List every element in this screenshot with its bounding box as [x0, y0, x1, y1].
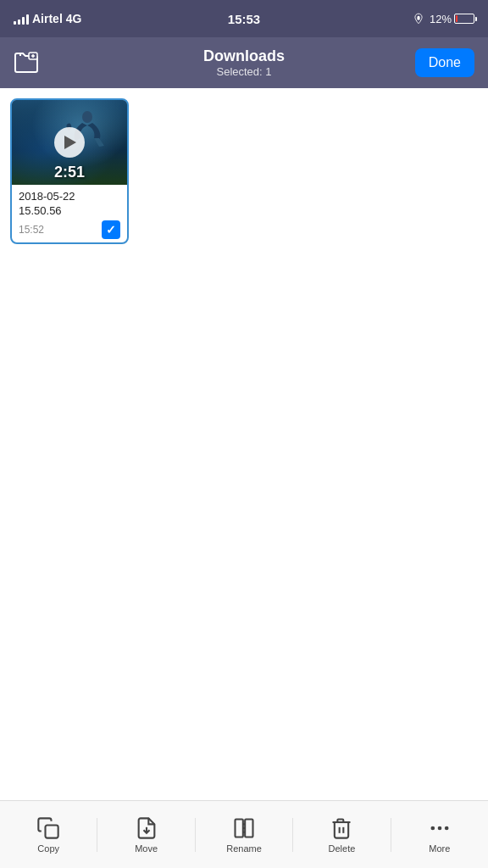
- toolbar-item-move[interactable]: Move: [97, 816, 194, 854]
- rename-label: Rename: [226, 843, 262, 854]
- file-thumbnail: 2:51: [12, 100, 127, 185]
- move-icon: [135, 816, 158, 840]
- file-name: 2018-05-22 15.50.56: [19, 190, 120, 219]
- play-triangle-icon: [64, 136, 76, 149]
- svg-point-17: [437, 826, 441, 830]
- content-area: 2:51 2018-05-22 15.50.56 15:52 ✓: [0, 88, 488, 800]
- toolbar-item-delete[interactable]: Delete: [293, 816, 390, 854]
- file-meta-row: 15:52 ✓: [19, 220, 120, 239]
- battery-fill: [456, 15, 458, 22]
- move-label: Move: [135, 843, 158, 854]
- nav-center: Downloads Selected: 1: [203, 47, 285, 78]
- status-bar: Airtel 4G 15:53 12%: [0, 0, 488, 37]
- copy-icon: [36, 816, 60, 840]
- svg-point-6: [82, 111, 92, 123]
- signal-icon: [14, 13, 29, 25]
- nav-title: Downloads: [203, 47, 285, 65]
- file-info: 2018-05-22 15.50.56 15:52 ✓: [12, 185, 127, 242]
- location-icon: [413, 13, 424, 25]
- svg-rect-9: [236, 819, 243, 837]
- delete-icon: [330, 816, 353, 840]
- toolbar-item-rename[interactable]: Rename: [196, 816, 292, 854]
- carrier-info: Airtel 4G: [14, 12, 81, 25]
- svg-rect-7: [46, 825, 58, 837]
- done-button[interactable]: Done: [415, 48, 474, 77]
- delete-label: Delete: [329, 843, 356, 854]
- checkmark-icon: ✓: [106, 223, 116, 236]
- file-time: 15:52: [19, 224, 44, 236]
- copy-label: Copy: [37, 843, 59, 854]
- more-icon: [428, 816, 452, 840]
- svg-point-18: [445, 826, 449, 830]
- toolbar-item-more[interactable]: More: [391, 816, 488, 854]
- toolbar-item-copy[interactable]: Copy: [0, 816, 97, 854]
- battery-icon: [454, 14, 474, 24]
- nav-subtitle: Selected: 1: [203, 65, 285, 78]
- nav-bar: Downloads Selected: 1 Done: [0, 37, 488, 88]
- file-grid: 2:51 2018-05-22 15.50.56 15:52 ✓: [10, 98, 478, 244]
- svg-rect-10: [245, 819, 252, 837]
- play-button[interactable]: [54, 127, 85, 158]
- battery-percent: 12%: [430, 13, 452, 25]
- carrier-name: Airtel: [32, 12, 63, 25]
- svg-point-16: [430, 826, 435, 830]
- bottom-toolbar: Copy Move Rename Delete: [0, 800, 488, 868]
- nav-left: [14, 52, 39, 74]
- svg-point-1: [418, 16, 420, 19]
- network-type: 4G: [66, 12, 82, 25]
- status-time: 15:53: [228, 12, 260, 26]
- file-item[interactable]: 2:51 2018-05-22 15.50.56 15:52 ✓: [10, 98, 129, 244]
- selection-checkbox[interactable]: ✓: [102, 220, 120, 239]
- status-right: 12%: [413, 13, 474, 25]
- rename-icon: [232, 816, 256, 840]
- video-duration: 2:51: [54, 164, 85, 181]
- more-label: More: [429, 843, 450, 854]
- battery-indicator: 12%: [430, 13, 474, 25]
- folder-icon: [14, 52, 39, 74]
